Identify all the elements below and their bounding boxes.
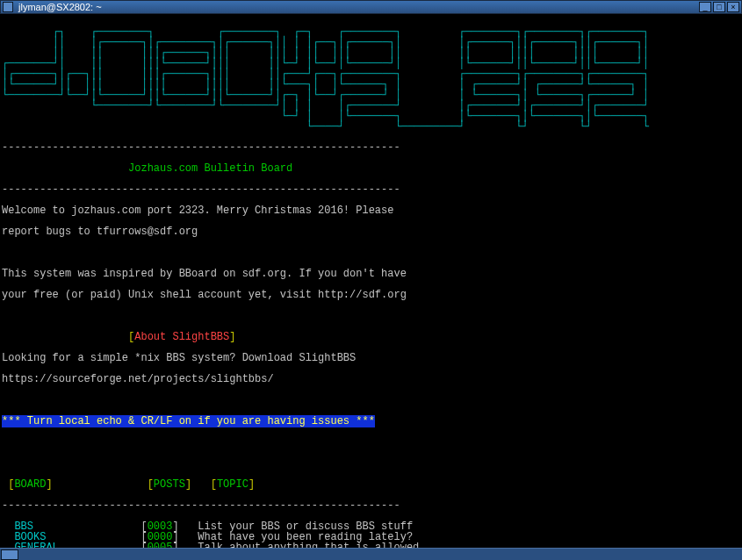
maximize-button[interactable]: □ — [713, 2, 725, 12]
system-menu-icon[interactable] — [3, 2, 13, 12]
about-label: About SlightBBS — [134, 331, 229, 343]
divider-bottom: ----------------------------------------… — [2, 184, 740, 195]
inspired-line-2: your free (or paid) Unix shell account y… — [2, 290, 740, 300]
col-topic: TOPIC — [217, 478, 249, 491]
about-body-1: Looking for a simple *nix BBS system? Do… — [2, 353, 740, 363]
taskbar — [0, 548, 742, 560]
welcome-line-2: report bugs to tfurrows@sdf.org — [2, 226, 740, 237]
window-titlebar: jlyman@SX2802: ~ _ □ × — [0, 0, 742, 14]
ascii-logo: ┌┐ ┌────────┐ ┌────────┐ ┌─┐ ┌────────┐ … — [2, 26, 740, 132]
about-header: [About SlightBBS] — [2, 332, 740, 342]
bbs-title: Jozhaus.com Bulletin Board — [128, 162, 292, 175]
terminal[interactable]: ┌┐ ┌────────┐ ┌────────┐ ┌─┐ ┌────────┐ … — [0, 14, 742, 560]
column-headers: [BOARD] [POSTS] [TOPIC] — [2, 479, 740, 490]
col-board: BOARD — [14, 478, 46, 491]
taskbar-button[interactable] — [1, 549, 18, 560]
window-title: jlyman@SX2802: ~ — [18, 3, 699, 12]
col-posts: POSTS — [154, 478, 185, 491]
echo-notice-row: *** Turn local echo & CR/LF on if you ar… — [2, 416, 740, 427]
divider-top: ----------------------------------------… — [2, 142, 740, 153]
echo-notice: *** Turn local echo & CR/LF on if you ar… — [2, 415, 375, 427]
about-body-2: https://sourceforge.net/projects/slightb… — [2, 374, 740, 384]
header-row: Jozhaus.com Bulletin Board — [2, 163, 740, 174]
col-divider: ----------------------------------------… — [2, 500, 740, 511]
minimize-button[interactable]: _ — [699, 2, 711, 12]
welcome-line-1: Welcome to jozhaus.com port 2323. Merry … — [2, 205, 740, 216]
inspired-line-1: This system was inspired by BBoard on sd… — [2, 269, 740, 279]
close-button[interactable]: × — [727, 2, 739, 12]
